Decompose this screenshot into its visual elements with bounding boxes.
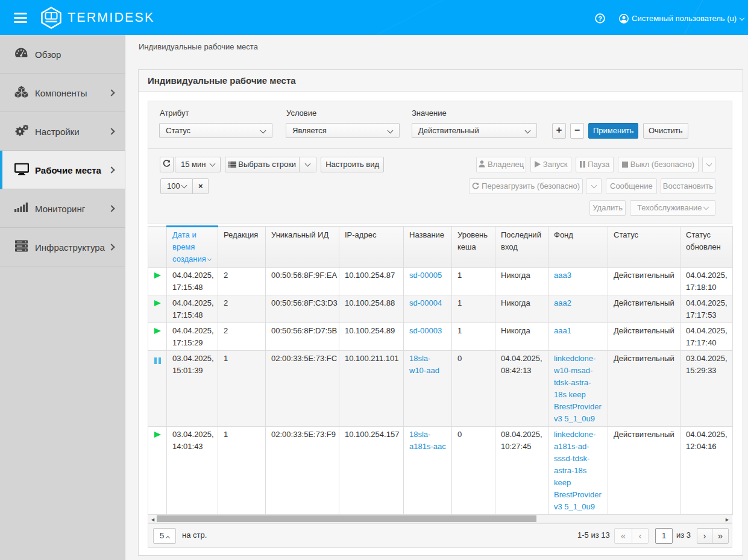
svg-text:?: ?: [598, 15, 602, 22]
